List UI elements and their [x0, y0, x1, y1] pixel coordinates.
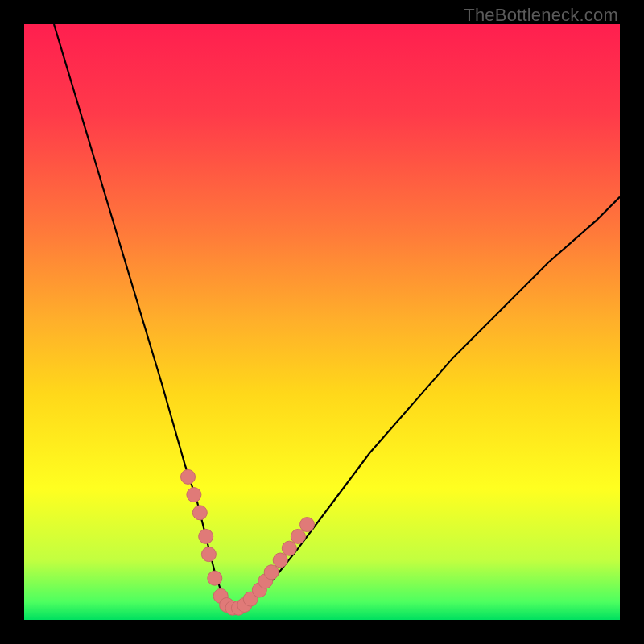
chart-frame [24, 24, 620, 620]
marker-dot [201, 547, 216, 562]
marker-dot [273, 553, 287, 568]
marker-dot [199, 529, 213, 543]
marker-dot [282, 541, 296, 555]
marker-dot [300, 518, 315, 532]
marker-dot [192, 506, 207, 520]
marker-dot [291, 529, 305, 543]
chart-svg [24, 24, 620, 620]
credit-watermark: TheBottleneck.com [464, 5, 618, 26]
marker-dot [208, 571, 222, 585]
marker-dot [181, 469, 196, 484]
marker-dot [187, 488, 201, 502]
marker-dot [264, 565, 279, 580]
gradient-background [24, 24, 620, 620]
